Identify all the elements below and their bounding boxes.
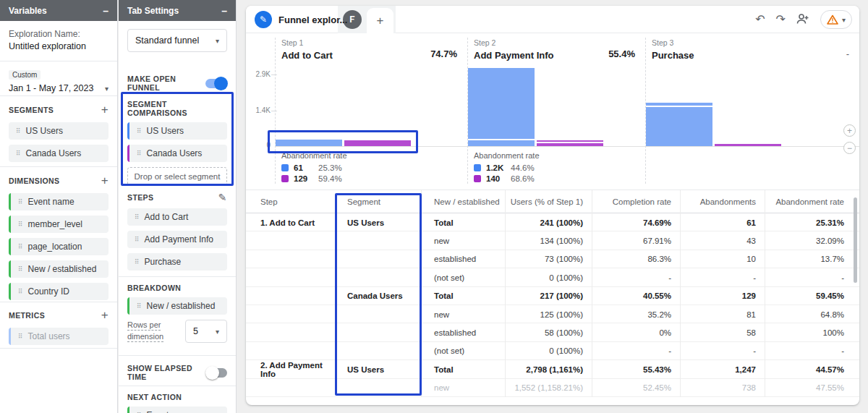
date-range-value[interactable]: Jan 1 - May 17, 2023 — [9, 83, 93, 93]
warning-triangle-icon — [827, 14, 838, 25]
drag-handle-icon[interactable]: ⠿ — [18, 265, 23, 273]
date-range-section[interactable]: Custom Jan 1 - May 17, 2023 ▾ — [0, 67, 117, 93]
table-cell-segment: Canada Users — [334, 287, 421, 305]
table-cell-completion: 86.3% — [592, 250, 680, 268]
drag-handle-icon[interactable]: ⠿ — [18, 243, 23, 250]
y-axis-tick: 0 — [246, 141, 271, 149]
breakdown-chip[interactable]: ⠿New / established — [127, 297, 227, 315]
drag-handle-icon[interactable]: ⠿ — [18, 333, 23, 340]
funnel-bar-us-users[interactable] — [468, 68, 535, 146]
make-open-funnel-label: MAKE OPEN FUNNEL — [127, 74, 205, 92]
funnel-bar-canada-users[interactable] — [344, 140, 411, 146]
table-cell-abandonments: 10 — [680, 250, 765, 268]
table-cell-abandonments: 129 — [680, 287, 765, 305]
drag-handle-icon[interactable]: ⠿ — [135, 236, 140, 243]
table-cell-users: 217 (100%) — [505, 287, 592, 305]
redo-icon[interactable]: ↷ — [776, 14, 786, 25]
show-elapsed-time-toggle[interactable] — [206, 368, 227, 378]
exploration-name-value[interactable]: Untitled exploration — [9, 41, 109, 51]
step-chip[interactable]: ⠿Purchase — [127, 253, 227, 271]
chip-label: member_level — [28, 219, 82, 229]
table-column-header[interactable]: Completion rate — [592, 190, 680, 213]
table-column-header[interactable]: Users (% of Step 1) — [505, 190, 592, 213]
funnel-table: StepSegmentNew / establishedUsers (% of … — [246, 190, 859, 405]
table-cell-abandonment_rate: 25.31% — [765, 213, 856, 231]
share-add-user-icon[interactable] — [796, 13, 809, 27]
table-cell-breakdown: Total — [421, 360, 505, 378]
exploration-name-section: Exploration Name: Untitled exploration — [0, 29, 117, 51]
table-cell-abandonment_rate: - — [765, 342, 856, 360]
dimension-chip[interactable]: ⠿page_location — [9, 238, 109, 255]
segment-chip[interactable]: ⠿Canada Users — [9, 145, 109, 162]
dimension-chip[interactable]: ⠿Country ID — [9, 283, 109, 300]
table-cell-users: 2,798 (1,161%) — [505, 360, 592, 378]
table-column-header[interactable]: Abandonments — [680, 190, 765, 213]
metric-chip[interactable]: ⠿Total users — [9, 328, 109, 345]
drag-handle-icon[interactable]: ⠿ — [137, 302, 142, 310]
drop-segment-zone[interactable]: Drop or select segment — [127, 167, 227, 186]
legend-swatch-icon — [281, 175, 289, 182]
add-tab-button[interactable]: + — [367, 8, 393, 33]
show-elapsed-time-label: SHOW ELAPSED TIME — [127, 364, 206, 381]
table-cell-completion: 35.2% — [592, 305, 680, 323]
drag-handle-icon[interactable]: ⠿ — [16, 150, 21, 157]
make-open-funnel-toggle[interactable] — [205, 79, 227, 88]
chip-color-bar — [9, 238, 11, 255]
step-number: Step 2 — [474, 38, 554, 47]
active-tab[interactable]: ✎ Funnel explor... ▾ — [255, 6, 357, 33]
funnel-bar-us-users[interactable] — [646, 103, 712, 146]
drag-handle-icon[interactable]: ⠿ — [137, 150, 142, 157]
minimize-tab-settings-button[interactable]: – — [221, 7, 227, 14]
table-column-header[interactable]: New / established — [421, 190, 505, 213]
funnel-bar-us-users[interactable] — [276, 140, 342, 146]
minimize-variables-button[interactable]: – — [103, 7, 109, 14]
edit-steps-pencil-icon[interactable]: ✎ — [218, 192, 227, 203]
step-chip[interactable]: ⠿Add Payment Info — [127, 231, 227, 248]
add-dimension-button[interactable]: + — [101, 174, 109, 188]
tab-settings-header: Tab Settings – — [119, 0, 236, 21]
table-cell-completion: 0% — [592, 323, 680, 341]
undo-icon[interactable]: ↶ — [755, 14, 765, 25]
funnel-bar-canada-users[interactable] — [715, 144, 781, 146]
table-column-header[interactable]: Abandonment rate — [765, 190, 856, 213]
drag-handle-icon[interactable]: ⠿ — [18, 288, 23, 295]
zoom-in-icon[interactable]: + — [843, 124, 856, 137]
drag-handle-icon[interactable]: ⠿ — [16, 127, 21, 135]
step-number: Step 3 — [652, 38, 694, 47]
segment-comparison-chip[interactable]: ⠿Canada Users — [127, 145, 227, 162]
dimension-chip[interactable]: ⠿New / established — [9, 260, 109, 278]
funnel-bar-canada-users[interactable] — [537, 140, 603, 146]
step-chip[interactable]: ⠿Add to Cart — [127, 208, 227, 226]
add-segment-button[interactable]: + — [101, 103, 109, 117]
chevron-down-icon[interactable]: ▾ — [354, 16, 357, 24]
zoom-out-icon[interactable]: − — [843, 142, 856, 154]
abandonment-count: 140 — [486, 174, 506, 183]
drag-handle-icon[interactable]: ⠿ — [18, 198, 23, 205]
table-cell-segment — [334, 231, 421, 250]
table-scrollbar[interactable] — [854, 197, 857, 283]
table-cell-step — [246, 268, 334, 286]
table-column-header[interactable]: Step — [246, 190, 334, 213]
chip-color-bar — [127, 122, 129, 140]
table-cell-step — [246, 231, 334, 250]
technique-select[interactable]: Standard funnel ▾ — [127, 29, 227, 52]
table-cell-breakdown: new — [421, 231, 505, 250]
table-column-header[interactable]: Segment — [334, 190, 421, 213]
rows-per-dimension-select[interactable]: 5 ▾ — [185, 320, 227, 343]
drag-handle-icon[interactable]: ⠿ — [137, 127, 142, 135]
chevron-down-icon[interactable]: ▾ — [105, 85, 109, 93]
warning-menu-button[interactable]: ▾ — [820, 10, 852, 29]
chip-color-bar — [9, 260, 11, 278]
table-cell-abandonment_rate: 47.55% — [765, 379, 856, 397]
dimension-chip[interactable]: ⠿Event name — [9, 193, 109, 210]
drag-handle-icon[interactable]: ⠿ — [135, 258, 140, 265]
add-metric-button[interactable]: + — [101, 308, 109, 323]
dimension-chip[interactable]: ⠿member_level — [9, 216, 109, 233]
segment-comparison-chip[interactable]: ⠿US Users — [127, 122, 227, 140]
table-row: established58 (100%)0%58100% — [246, 323, 859, 341]
next-action-chip[interactable]: ⠿Event name — [127, 406, 227, 413]
segment-chip[interactable]: ⠿US Users — [9, 122, 109, 140]
drag-handle-icon[interactable]: ⠿ — [135, 213, 140, 221]
drag-handle-icon[interactable]: ⠿ — [18, 221, 23, 228]
table-row: (not set)0 (100%)--- — [246, 342, 859, 360]
